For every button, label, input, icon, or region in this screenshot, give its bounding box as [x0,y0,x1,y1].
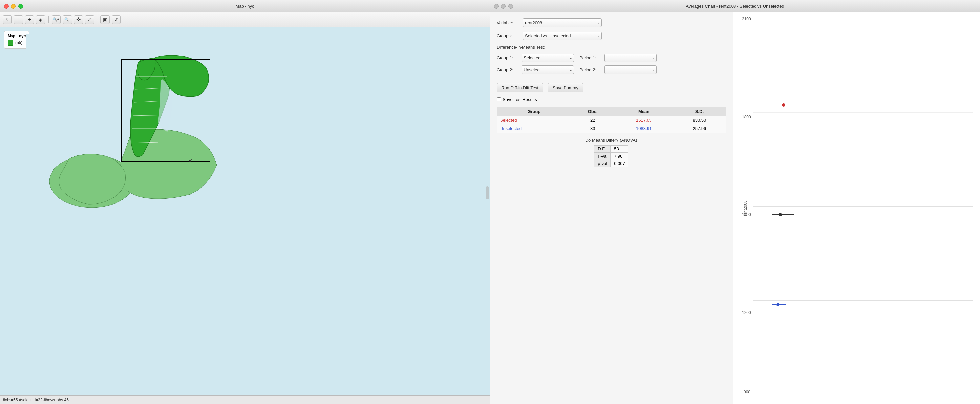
whisker-left-unselected [772,305,776,305]
groups-select[interactable]: Selected vs. Unselected [523,32,601,40]
col-sd: S.D. [673,107,725,116]
group2-row: Group 2: Unselect... Period 2: [496,65,726,74]
unselected-obs-cell: 33 [571,125,614,133]
group2-select-wrapper[interactable]: Unselect... [522,65,574,74]
legend-item: (55) [8,40,25,46]
dot-combined [779,213,782,216]
selected-obs-cell: 22 [571,116,614,125]
select-tool[interactable]: ⬚ [14,16,23,24]
table-row-unselected: Unselected 33 1083.94 257.96 [497,125,726,133]
map-area[interactable]: Map - nyc (55) [0,27,490,396]
save-test-results-label: Save Test Results [503,97,537,102]
period2-select[interactable] [604,65,657,74]
variable-label: Variable: [496,20,520,25]
map-traffic-lights[interactable] [4,4,23,8]
save-test-results-checkbox[interactable] [496,97,501,102]
anova-df-label: D.F. [594,145,611,153]
chart-title: Averages Chart - rent2008 - Selected vs … [686,3,784,8]
y-label-1200: 1200 [742,310,751,315]
layers-tool[interactable]: ◈ [36,16,45,24]
whisker-right-selected [785,105,805,105]
table-row-selected: Selected 22 1517.05 830.50 [497,116,726,125]
chart-area: rent2008 2100 1800 1500 1200 900 [733,13,980,404]
anova-row-df: D.F. 53 [594,145,628,153]
save-dummy-button[interactable]: Save Dummy [548,83,583,92]
anova-title: Do Means Differ? (ANOVA) [496,137,726,142]
group2-label: Group 2: [496,67,516,72]
variable-select-wrapper[interactable]: rent2008 [523,18,601,27]
scroll-indicator[interactable] [486,186,489,200]
save-test-results-row: Save Test Results [496,97,726,102]
zoom-out-tool[interactable]: 🔍- [63,16,72,24]
whisker-left-combined [772,214,779,215]
button-row: Run Diff-in-Diff Test Save Dummy [496,83,726,92]
variable-row: Variable: rent2008 [496,18,726,27]
close-button[interactable] [4,4,8,8]
whisker-left-selected [772,105,782,105]
variable-select[interactable]: rent2008 [523,18,601,27]
group1-label: Group 1: [496,56,516,61]
group1-select[interactable]: Selected [522,54,574,62]
map-title: Map - nyc [235,3,254,8]
controls-chart: Variable: rent2008 Groups: Selected vs. … [490,13,980,404]
anova-section: Do Means Differ? (ANOVA) D.F. 53 F-val 7… [496,137,726,167]
maximize-button[interactable] [18,4,23,8]
chart-maximize-button[interactable] [508,4,513,8]
map-legend: Map - nyc (55) [4,31,29,49]
stats-table: Group Obs. Mean S.D. Selected 22 1517.05… [496,107,726,133]
unselected-sd-cell: 257.96 [673,125,725,133]
period2-select-wrapper[interactable] [604,65,657,74]
data-point-combined [772,213,794,216]
selected-group-cell: Selected [497,116,571,125]
select-rect-tool[interactable]: ▣ [100,16,110,24]
chart-traffic-lights [494,4,513,8]
group2-select[interactable]: Unselect... [522,65,574,74]
diff-section-title: Difference-in-Means Test: [496,45,726,50]
groups-row: Groups: Selected vs. Unselected [496,32,726,40]
unselected-mean-cell: 1083.94 [614,125,673,133]
right-panel: Averages Chart - rent2008 - Selected vs … [490,0,980,404]
status-bar: #obs=55 #selected=22 #hover obs 45 [0,396,490,404]
refresh-tool[interactable]: ↺ [111,16,121,24]
period1-select-wrapper[interactable] [604,54,657,62]
col-mean: Mean [614,107,673,116]
whisker-right-unselected [780,305,786,305]
data-point-unselected [772,303,786,307]
groups-label: Groups: [496,34,520,38]
anova-table: D.F. 53 F-val 7.90 p-val 0.007 [594,145,628,167]
dot-unselected [776,303,780,307]
toolbar-divider-2 [97,16,97,23]
zoom-in-tool[interactable]: 🔍+ [51,16,61,24]
chart-close-button[interactable] [494,4,498,8]
chart-minimize-button[interactable] [501,4,506,8]
legend-swatch [8,40,13,46]
anova-fval-value: 7.90 [611,153,628,160]
y-label-1500: 1500 [742,212,751,217]
run-diff-button[interactable]: Run Diff-in-Diff Test [496,83,543,92]
col-group: Group [497,107,571,116]
legend-label: (55) [16,40,22,45]
groups-select-wrapper[interactable]: Selected vs. Unselected [523,32,601,40]
unselected-group-cell: Unselected [497,125,571,133]
fullscreen-tool[interactable]: ⤢ [85,16,94,24]
diff-section: Difference-in-Means Test: Group 1: Selec… [496,45,726,74]
col-obs: Obs. [571,107,614,116]
anova-pval-value: 0.007 [611,160,628,167]
group1-select-wrapper[interactable]: Selected [522,54,574,62]
add-tool[interactable]: + [25,16,34,24]
period1-select[interactable] [604,54,657,62]
minimize-button[interactable] [11,4,16,8]
whisker-right-combined [782,214,794,215]
map-toolbar: ↖ ⬚ + ◈ 🔍+ 🔍- ✛ ⤢ ▣ ↺ [0,13,490,27]
legend-title: Map - nyc [8,34,25,38]
controls-panel: Variable: rent2008 Groups: Selected vs. … [490,13,733,404]
pan-tool[interactable]: ✛ [74,16,83,24]
anova-fval-label: F-val [594,153,611,160]
nyc-map-svg[interactable]: ↙ [26,34,266,217]
anova-pval-label: p-val [594,160,611,167]
selected-mean-cell: 1517.05 [614,116,673,125]
map-title-bar: Map - nyc [0,0,490,13]
anova-df-value: 53 [611,145,628,153]
toolbar-divider-1 [48,16,49,23]
pointer-tool[interactable]: ↖ [3,16,12,24]
